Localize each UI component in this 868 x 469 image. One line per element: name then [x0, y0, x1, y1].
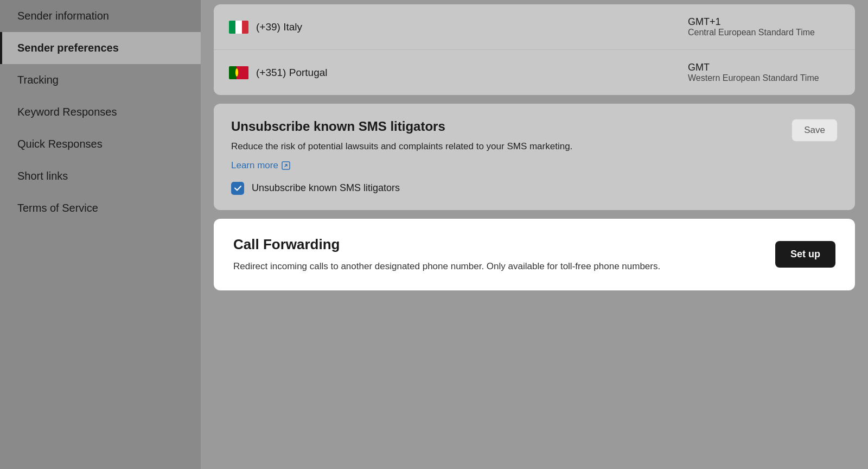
- call-forwarding-content: Call Forwarding Redirect incoming calls …: [233, 236, 764, 274]
- unsubscribe-card: Unsubscribe known SMS litigators Reduce …: [214, 104, 855, 210]
- sidebar-item-short-links[interactable]: Short links: [0, 160, 201, 192]
- learn-more-link[interactable]: Learn more: [231, 160, 290, 171]
- timezone-info: GMTWestern European Standard Time: [688, 62, 840, 83]
- sidebar-item-quick-responses[interactable]: Quick Responses: [0, 128, 201, 160]
- timezone-full: Western European Standard Time: [688, 73, 840, 83]
- flag-italy: [229, 21, 248, 34]
- unsubscribe-title: Unsubscribe known SMS litigators: [231, 119, 781, 134]
- sidebar-item-keyword-responses[interactable]: Keyword Responses: [0, 96, 201, 128]
- flag-portugal: [229, 66, 248, 79]
- phone-number: (+351) Portugal: [256, 67, 688, 79]
- timezone-abbr: GMT+1: [688, 16, 840, 28]
- phone-row: (+39) ItalyGMT+1Central European Standar…: [214, 4, 855, 50]
- main-content: (+39) ItalyGMT+1Central European Standar…: [201, 0, 868, 469]
- sidebar-item-sender-preferences[interactable]: Sender preferences: [0, 32, 201, 64]
- external-link-icon: [282, 161, 290, 170]
- call-forwarding-description: Redirect incoming calls to another desig…: [233, 259, 764, 274]
- checkbox-row: Unsubscribe known SMS litigators: [231, 182, 781, 195]
- unsubscribe-description: Reduce the risk of potential lawsuits an…: [231, 140, 781, 154]
- phone-numbers-card: (+39) ItalyGMT+1Central European Standar…: [214, 4, 855, 95]
- timezone-full: Central European Standard Time: [688, 28, 840, 37]
- timezone-info: GMT+1Central European Standard Time: [688, 16, 840, 37]
- call-forwarding-card: Call Forwarding Redirect incoming calls …: [214, 219, 855, 291]
- sidebar-item-sender-information[interactable]: Sender information: [0, 0, 201, 32]
- unsubscribe-content: Unsubscribe known SMS litigators Reduce …: [231, 119, 781, 195]
- sidebar-item-tracking[interactable]: Tracking: [0, 64, 201, 96]
- phone-row: (+351) PortugalGMTWestern European Stand…: [214, 50, 855, 95]
- save-button[interactable]: Save: [792, 119, 838, 142]
- sidebar: Sender informationSender preferencesTrac…: [0, 0, 201, 469]
- setup-button[interactable]: Set up: [775, 241, 835, 268]
- phone-number: (+39) Italy: [256, 21, 688, 33]
- checkbox-label: Unsubscribe known SMS litigators: [252, 182, 400, 194]
- timezone-abbr: GMT: [688, 62, 840, 73]
- call-forwarding-title: Call Forwarding: [233, 236, 764, 253]
- sidebar-item-terms-of-service[interactable]: Terms of Service: [0, 192, 201, 224]
- unsubscribe-checkbox[interactable]: [231, 182, 244, 195]
